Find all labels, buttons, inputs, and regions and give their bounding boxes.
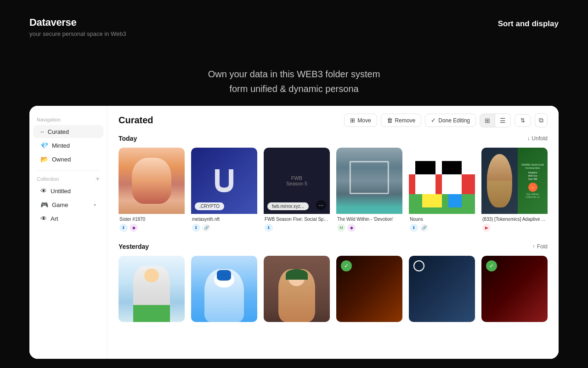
nft-info-nouns: Nouns ⬇ 🔗 [409,214,475,234]
content-title: Curated [119,115,153,126]
nft-thumb-char2 [191,256,257,322]
nft-name-wild: The Wild Within - 'Devotion' [337,217,401,222]
nft-name-nouns: Nouns [410,217,474,222]
yesterday-fold-button[interactable]: ↑ Fold [532,243,548,250]
link-tag-metasynth: 🔗 [202,224,210,232]
yesterday-title: Yesterday [119,243,149,250]
sidebar-item-curated[interactable]: ·· Curated [33,125,103,138]
remove-button[interactable]: 🗑 Remove [381,114,422,127]
wild-frame [350,161,389,194]
nft-name-sister: Sister #1870 [119,217,184,222]
nft-tags-nouns: ⬇ 🔗 [410,224,474,232]
download-tag-nouns: ⬇ [410,224,418,232]
sidebar-item-untitled[interactable]: 👁 Untitled [33,184,103,197]
app-title: Dataverse [29,17,126,29]
curated-icon: ·· [40,128,44,135]
nft-thumb-metasynth: .CRYPTO [191,148,257,214]
filter-button[interactable]: ⧉ [535,113,548,127]
fwb-more-button[interactable]: ··· [316,200,326,210]
today-title: Today [119,135,137,142]
art-label: Art [51,215,58,222]
sidebar: Navigation ·· Curated 💎 Minted 📂 Owned C… [29,106,107,359]
nft-item-dark3[interactable]: ✓ [481,256,548,322]
unfold-arrow-icon: ↓ [527,135,530,142]
minted-label: Minted [52,142,70,149]
nft-info-wild: The Wild Within - 'Devotion' M ◆ [336,214,402,234]
nft-thumb-dark1: ✓ [336,256,402,322]
nft-thumb-char1 [119,256,185,322]
nft-name-fwb: FWB Season Five: Social Space... [265,217,329,222]
nft-item-char3[interactable] [264,256,330,322]
fwb-overlay-url: fwb.mirror.xyz... [267,202,309,210]
list-view-button[interactable]: ☰ [495,114,510,127]
nft-item-metasynth[interactable]: .CRYPTO metasynth.nft ⬇ 🔗 [191,148,257,234]
nft-item-dark2[interactable] [409,256,475,322]
untitled-label: Untitled [51,188,71,195]
game-label: Game [52,201,68,208]
eth-tag-wild: ◆ [347,224,356,232]
sidebar-item-game[interactable]: 🎮 Game ▾ [33,198,103,211]
eth-tag-sister: ◆ [130,224,138,232]
nft-tags-kernel: ▶ [482,224,547,232]
sidebar-item-owned[interactable]: 📂 Owned [33,153,103,166]
brand: Dataverse your secure personal space in … [29,17,126,37]
nft-item-char1[interactable] [119,256,185,322]
collection-add-button[interactable]: + [96,175,100,183]
done-editing-label: Done Editing [438,117,470,124]
sort-filter-button[interactable]: ⇅ [514,114,531,127]
yesterday-grid: ✓ ✓ [119,256,548,322]
nft-tags-metasynth: ⬇ 🔗 [192,224,256,232]
nft-item-dark1[interactable]: ✓ [336,256,402,322]
remove-label: Remove [395,117,416,124]
check-circle-icon: ✓ [431,117,436,124]
hero-text: Own your data in this WEB3 folder system… [0,67,588,96]
fold-arrow-icon: ↑ [532,243,535,250]
check-overlay-dark2 [413,260,424,271]
nft-item-char2[interactable] [191,256,257,322]
nft-name-kernel: (833) [Tokenomics] Adaptive ... [482,217,547,222]
unfold-label: Unfold [531,135,548,142]
nft-thumb-wild [336,148,402,214]
grid-view-button[interactable]: ⊞ [480,114,495,127]
view-toggle: ⊞ ☰ [480,114,511,127]
download-tag-sister: ⬇ [119,224,128,232]
game-icon: 🎮 [40,201,48,208]
game-arrow-icon: ▾ [94,202,96,207]
collection-label: Collection [37,176,59,182]
sidebar-item-art[interactable]: 👁 Art [33,212,103,225]
nft-info-sister: Sister #1870 ⬇ ◆ [119,214,185,234]
nft-thumb-dark3: ✓ [481,256,548,322]
today-unfold-button[interactable]: ↓ Unfold [527,135,548,142]
youtube-tag-kernel: ▶ [482,224,491,232]
nft-item-fwb[interactable]: FWBSeason 5 fwb.mirror.xyz... ··· FWB Se… [264,148,330,234]
main-content: Curated ⊞ Move 🗑 Remove ✓ Done Editing [107,106,559,359]
move-label: Move [357,117,371,124]
nft-item-sister[interactable]: Sister #1870 ⬇ ◆ [119,148,185,234]
filter-icon: ⧉ [539,116,543,124]
nft-item-wild[interactable]: The Wild Within - 'Devotion' M ◆ [336,148,402,234]
nft-thumb-sister [119,148,185,214]
sort-display-button[interactable]: Sort and display [498,17,559,29]
nft-item-kernel[interactable]: KERNEL Build GuildCommunities AdaptiveWi… [481,148,548,234]
done-editing-button[interactable]: ✓ Done Editing [425,114,476,127]
wild-bg [336,148,402,214]
nft-thumb-char3 [264,256,330,322]
move-button[interactable]: ⊞ Move [344,114,377,127]
sidebar-item-minted[interactable]: 💎 Minted [33,139,103,152]
main-card: Navigation ·· Curated 💎 Minted 📂 Owned C… [29,106,559,359]
download-tag-metasynth: ⬇ [192,224,200,232]
diamond-icon: 💎 [40,142,48,149]
top-header: Dataverse your secure personal space in … [0,0,588,46]
curated-label: Curated [48,128,69,135]
nft-info-metasynth: metasynth.nft ⬇ 🔗 [191,214,257,234]
eye-icon-art: 👁 [40,215,47,222]
nft-item-nouns[interactable]: Nouns ⬇ 🔗 [409,148,475,234]
nft-tags-wild: M ◆ [337,224,401,232]
check-overlay-dark3: ✓ [486,260,497,271]
content-topbar: Curated ⊞ Move 🗑 Remove ✓ Done Editing [119,113,548,127]
nft-thumb-nouns [409,148,475,214]
u-logo-svg [213,167,236,195]
nft-tags-sister: ⬇ ◆ [119,224,184,232]
collection-header: Collection + [29,175,107,183]
nft-info-kernel: (833) [Tokenomics] Adaptive ... ▶ [481,214,548,234]
